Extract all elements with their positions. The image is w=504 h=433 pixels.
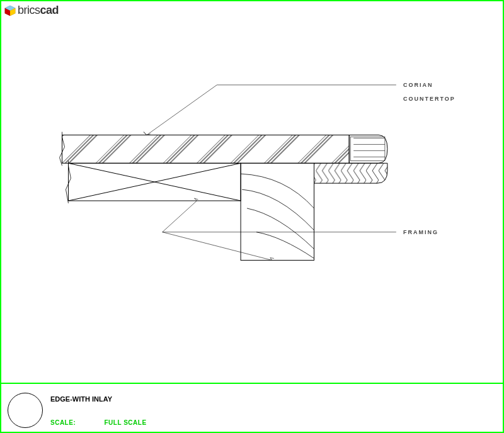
scale-value: FULL SCALE [105,419,147,426]
label-corian-1: CORIAN [403,82,433,88]
countertop-section [62,135,387,184]
label-corian-2: COUNTERTOP [403,96,455,102]
app-logo: bricscad [4,4,59,17]
svg-line-20 [163,232,272,261]
drawing-title: EDGE-WITH INLAY [50,395,112,403]
leader-framing [163,198,396,261]
app-name: bricscad [18,4,59,17]
scale-row: SCALE: FULL SCALE [50,419,147,426]
label-framing: FRAMING [403,229,438,235]
framing-member [241,163,314,260]
detail-marker-circle [8,393,43,428]
title-block: EDGE-WITH INLAY SCALE: FULL SCALE [1,383,503,432]
bricscad-icon [4,4,16,17]
scale-label: SCALE: [50,419,76,426]
svg-rect-16 [241,163,314,260]
drawing-canvas[interactable]: CORIAN COUNTERTOP FRAMING [3,20,501,381]
svg-rect-7 [62,135,350,164]
svg-line-19 [163,201,197,232]
app-frame: bricscad [0,0,504,433]
leader-corian [144,85,396,135]
svg-line-17 [147,85,217,135]
substrate-box [68,163,241,201]
cad-drawing [3,20,501,381]
